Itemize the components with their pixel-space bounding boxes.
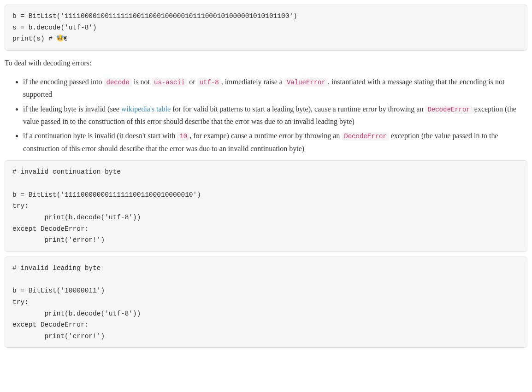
code-example-decode: b = BitList('111100001001111110011000100… — [5, 5, 527, 51]
text-segment: for for valid bit patterns to start a le… — [171, 105, 425, 113]
inline-code: DecodeError — [425, 105, 472, 114]
text-segment: if the leading byte is invalid (see — [23, 105, 121, 113]
svg-point-1 — [59, 36, 59, 38]
code-text: b = BitList('111100001001111110011000100… — [12, 12, 297, 42]
text-segment: or — [187, 78, 197, 86]
text-segment: is not — [132, 78, 152, 86]
code-example-invalid-continuation: # invalid continuation byte b = BitList(… — [5, 160, 527, 252]
code-example-invalid-leading: # invalid leading byte b = BitList('1000… — [5, 257, 527, 348]
inline-code: DecodeError — [342, 132, 389, 140]
text-segment: if the encoding passed into — [23, 78, 104, 86]
text-segment: , immediately raise a — [221, 78, 284, 86]
list-item: if the encoding passed into decode is no… — [23, 76, 527, 101]
code-text-tail: € — [64, 35, 68, 42]
laughing-emoji-icon — [57, 35, 64, 41]
inline-code: utf-8 — [197, 78, 221, 87]
text-segment: , for exampe) cause a runtime error by t… — [189, 132, 342, 140]
inline-code: 10 — [177, 132, 189, 140]
text-segment: if a continuation byte is invalid (it do… — [23, 132, 177, 140]
svg-point-2 — [61, 36, 62, 38]
inline-code: decode — [104, 78, 132, 87]
intro-paragraph: To deal with decoding errors: — [5, 57, 527, 69]
wikipedia-link[interactable]: wikipedia's table — [121, 105, 171, 113]
inline-code: us-ascii — [152, 78, 187, 87]
list-item: if the leading byte is invalid (see wiki… — [23, 103, 527, 128]
list-item: if a continuation byte is invalid (it do… — [23, 129, 527, 155]
error-handling-list: if the encoding passed into decode is no… — [5, 76, 527, 155]
inline-code: ValueError — [284, 78, 328, 87]
